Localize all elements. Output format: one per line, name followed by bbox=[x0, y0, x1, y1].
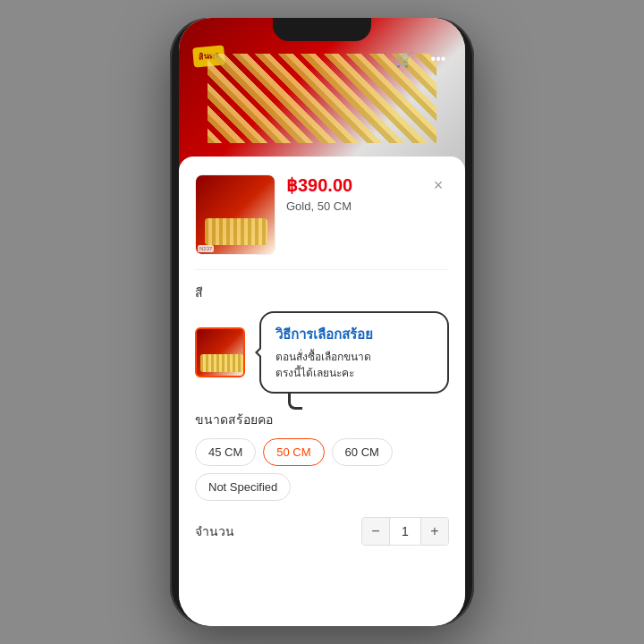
size-section: ขนาดสร้อยคอ 45 CM 50 CM 60 CM Not Specif… bbox=[195, 410, 449, 501]
quantity-section: จำนวน − 1 + bbox=[195, 517, 449, 546]
size-btn-60cm[interactable]: 60 CM bbox=[332, 438, 393, 466]
more-options-icon[interactable]: ••• bbox=[426, 47, 451, 72]
size-options: 45 CM 50 CM 60 CM Not Specified bbox=[195, 438, 449, 501]
bubble-title: วิธีการเลือกสร้อย bbox=[275, 324, 433, 345]
close-button[interactable]: × bbox=[428, 174, 449, 196]
header-icons: 🛒 ••• bbox=[392, 47, 451, 72]
speech-bubble: วิธีการเลือกสร้อย ตอนสั่งซื้อเลือกขนาด ต… bbox=[259, 311, 449, 394]
quantity-label: จำนวน bbox=[195, 521, 234, 541]
notch bbox=[273, 18, 371, 41]
product-modal: N237 ฿390.00 Gold, 50 CM × สี วิธีการเลื… bbox=[179, 157, 465, 626]
bubble-line1: ตอนสั่งซื้อเลือกขนาด bbox=[275, 349, 433, 365]
quantity-value: 1 bbox=[389, 518, 421, 545]
phone-frame: สินพร 🛒 ••• N237 ฿390.00 Gold, 50 CM × bbox=[170, 18, 474, 626]
quantity-minus-button[interactable]: − bbox=[362, 518, 389, 545]
color-thumbnail[interactable] bbox=[195, 327, 245, 377]
color-options: วิธีการเลือกสร้อย ตอนสั่งซื้อเลือกขนาด ต… bbox=[195, 311, 449, 394]
size-btn-50cm[interactable]: 50 CM bbox=[263, 438, 324, 466]
product-image-chain bbox=[205, 218, 267, 245]
color-thumb-chain bbox=[200, 354, 243, 372]
bubble-line2: ตรงนี้ได้เลยนะคะ bbox=[275, 365, 433, 381]
color-section-label: สี bbox=[195, 283, 449, 302]
product-price: ฿390.00 bbox=[286, 174, 417, 196]
bubble-tail bbox=[288, 392, 302, 410]
quantity-controls: − 1 + bbox=[361, 517, 449, 546]
cart-icon[interactable]: 🛒 bbox=[392, 47, 417, 72]
divider bbox=[195, 269, 449, 270]
product-info: ฿390.00 Gold, 50 CM bbox=[286, 174, 417, 213]
size-section-label: ขนาดสร้อยคอ bbox=[195, 410, 449, 429]
header-image: สินพร 🛒 ••• bbox=[179, 18, 465, 179]
size-btn-45cm[interactable]: 45 CM bbox=[195, 438, 256, 466]
product-variant: Gold, 50 CM bbox=[286, 199, 417, 213]
phone-screen: สินพร 🛒 ••• N237 ฿390.00 Gold, 50 CM × bbox=[179, 18, 465, 626]
size-btn-not-specified[interactable]: Not Specified bbox=[195, 473, 291, 501]
product-image-label: N237 bbox=[198, 245, 214, 252]
product-thumbnail: N237 bbox=[195, 174, 275, 255]
quantity-plus-button[interactable]: + bbox=[421, 518, 448, 545]
product-row: N237 ฿390.00 Gold, 50 CM × bbox=[195, 174, 449, 255]
